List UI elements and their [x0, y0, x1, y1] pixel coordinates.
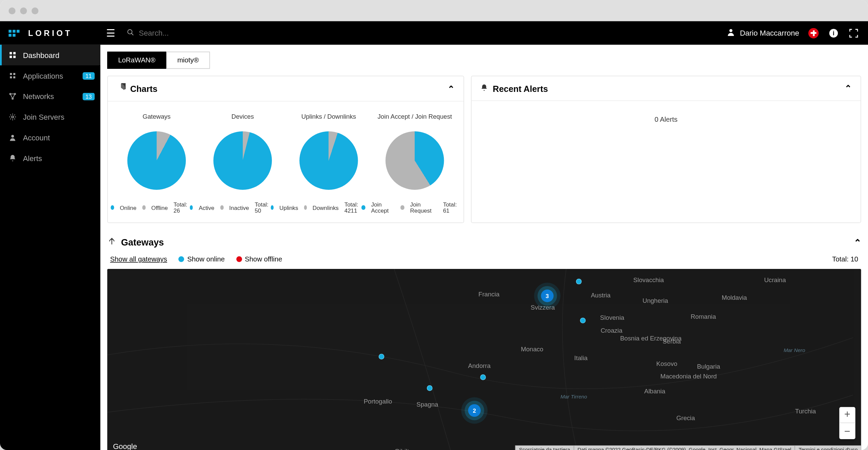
country-label: Serbia [663, 338, 681, 345]
svg-rect-8 [13, 56, 16, 58]
gateway-cluster[interactable]: 2 [468, 404, 481, 417]
country-label: Albania [644, 388, 665, 394]
gateways-total: Total: 10 [832, 255, 858, 263]
gateways-panel: Gateways ⌃ Show all gateways Show online… [107, 230, 861, 450]
sidebar-item-label: Networks [23, 92, 54, 100]
panel-title: Gateways [121, 237, 164, 248]
alerts-body: 0 Alerts [472, 101, 861, 138]
badge: 11 [82, 72, 95, 79]
svg-point-0 [128, 29, 132, 34]
country-label: Slovenia [600, 314, 624, 321]
keyboard-shortcuts-link[interactable]: Scorciatoie da tastiera [515, 445, 574, 450]
search-area[interactable] [127, 28, 254, 38]
sidebar-item-label: Join Servers [23, 113, 64, 121]
gateway-marker[interactable] [480, 374, 486, 380]
country-label: Svizzera [531, 304, 555, 311]
logo-icon [8, 27, 22, 39]
zoom-control: + − [839, 407, 855, 439]
show-offline-filter[interactable]: Show offline [236, 255, 282, 263]
tab-mioty[interactable]: mioty® [166, 52, 210, 69]
chart-title: Gateways [114, 113, 200, 120]
dashboard-icon [8, 51, 17, 60]
svg-text:i: i [833, 30, 834, 37]
show-online-filter[interactable]: Show online [179, 255, 225, 263]
bell-icon [8, 154, 17, 163]
piechart-icon [116, 83, 125, 94]
country-label: Monaco [521, 346, 543, 352]
svg-point-16 [12, 116, 14, 118]
account-icon [8, 133, 17, 142]
zoom-in-button[interactable]: + [839, 407, 855, 423]
legend-uplinks: Uplinks Downlinks Total: 4211 [271, 201, 362, 214]
logo[interactable]: LORIOT [8, 27, 100, 39]
main-content: LoRaWAN® mioty® Charts ⌃ Gateways [100, 45, 868, 450]
sidebar-item-account[interactable]: Account [0, 127, 100, 148]
flag-icon[interactable] [808, 27, 819, 39]
gateways-pie [127, 131, 186, 190]
collapse-icon[interactable]: ⌃ [845, 83, 852, 93]
sidebar-item-label: Applications [23, 71, 63, 80]
map-terms-link[interactable]: Termini e condizioni d'uso [795, 445, 861, 450]
gateway-cluster[interactable]: 3 [541, 290, 554, 302]
info-icon[interactable]: i [828, 27, 840, 39]
sidebar-item-alerts[interactable]: Alerts [0, 148, 100, 169]
svg-rect-9 [10, 73, 12, 75]
country-label: Macedonia del Nord [660, 373, 700, 379]
zoom-out-button[interactable]: − [839, 423, 855, 439]
search-input[interactable] [139, 29, 253, 37]
applications-icon [8, 71, 17, 80]
user-icon [726, 27, 735, 38]
uplinks-pie [299, 131, 358, 190]
gateway-marker[interactable] [379, 354, 384, 359]
show-all-link[interactable]: Show all gateways [110, 255, 167, 263]
sidebar-item-dashboard[interactable]: Dashboard [0, 45, 100, 65]
traffic-max[interactable] [32, 7, 38, 14]
country-label: Andorra [468, 362, 491, 369]
country-label: Francia [478, 291, 499, 297]
country-label: Italia [574, 354, 588, 361]
gateway-marker[interactable] [580, 318, 586, 324]
sidebar-item-networks[interactable]: Networks 13 [0, 86, 100, 107]
traffic-close[interactable] [8, 7, 15, 14]
sidebar-item-label: Account [23, 133, 50, 142]
user-menu[interactable]: Dario Maccarrone [726, 27, 799, 38]
collapse-icon[interactable]: ⌃ [448, 83, 455, 94]
panel-title: Recent Alerts [493, 83, 548, 93]
brand-text: LORIOT [28, 28, 72, 38]
expand-icon[interactable] [848, 27, 860, 39]
charts-panel: Charts ⌃ Gateways Devices Upl [107, 76, 464, 223]
traffic-min[interactable] [20, 7, 27, 14]
collapse-icon[interactable]: ⌃ [854, 237, 861, 248]
gateway-marker[interactable] [576, 279, 582, 285]
joinservers-icon [8, 112, 17, 121]
sidebar-item-label: Alerts [23, 154, 42, 162]
menu-toggle-icon[interactable]: ☰ [106, 27, 115, 39]
country-label: Croazia [601, 327, 623, 334]
map-credit: Google [113, 442, 137, 450]
devices-pie [213, 131, 272, 190]
chart-title: Join Accept / Join Request [372, 113, 458, 120]
legend-join: Join Accept Join Request Total: 61 [362, 201, 461, 214]
country-label: Gibilterra [395, 448, 420, 450]
country-label: Portogallo [364, 398, 392, 405]
country-label: Spagna [416, 401, 438, 408]
chart-title: Devices [200, 113, 286, 120]
gateways-map[interactable]: Portogallo Spagna Gibilterra Andorra Fra… [107, 269, 861, 450]
svg-rect-10 [13, 73, 15, 75]
sidebar-item-joinservers[interactable]: Join Servers [0, 106, 100, 127]
country-label: Ungheria [643, 297, 668, 304]
sidebar: Dashboard Applications 11 Networks 13 Jo… [0, 45, 100, 450]
protocol-tabs: LoRaWAN® mioty® [100, 45, 868, 69]
svg-point-17 [11, 135, 14, 138]
svg-rect-11 [10, 76, 12, 78]
join-pie [386, 131, 444, 190]
bell-icon [480, 83, 488, 93]
chart-title: Uplinks / Downlinks [286, 113, 372, 120]
networks-icon [8, 92, 17, 101]
gateway-marker[interactable] [427, 385, 433, 391]
tab-lorawan[interactable]: LoRaWAN® [107, 52, 166, 69]
country-label: Romania [691, 313, 716, 320]
svg-rect-6 [13, 52, 16, 54]
sidebar-item-applications[interactable]: Applications 11 [0, 65, 100, 86]
sidebar-item-label: Dashboard [23, 51, 60, 59]
